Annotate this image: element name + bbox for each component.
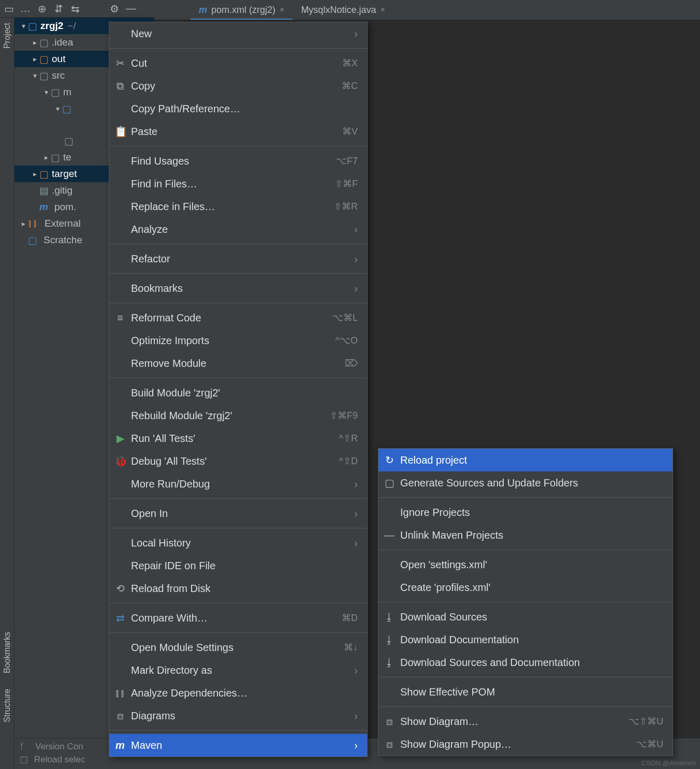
submenu-effective-pom[interactable]: Show Effective POM bbox=[378, 681, 673, 703]
menu-optimize-imports[interactable]: Optimize Imports^⌥O bbox=[109, 329, 367, 352]
submenu-open-settings[interactable]: Open 'settings.xml' bbox=[378, 553, 673, 576]
vcs-icon[interactable]: ᚶ bbox=[20, 742, 25, 752]
chevron-right-icon[interactable]: ▸ bbox=[19, 219, 28, 228]
paste-icon: 📋 bbox=[114, 125, 126, 138]
folder-icon: ▢ bbox=[62, 103, 71, 115]
menu-refactor[interactable]: Refactor› bbox=[109, 247, 367, 270]
version-control-label[interactable]: Version Con bbox=[35, 742, 83, 752]
submenu-download-sources[interactable]: ⭳Download Sources bbox=[378, 605, 673, 628]
tree-label: target bbox=[52, 168, 77, 180]
maven-icon: m bbox=[114, 740, 126, 751]
project-icon: ▢ bbox=[28, 20, 37, 32]
menu-analyze-deps[interactable]: ⫿⫿Analyze Dependencies… bbox=[109, 682, 367, 704]
chevron-right-icon: › bbox=[354, 28, 358, 40]
submenu-create-profiles[interactable]: Create 'profiles.xml' bbox=[378, 576, 673, 599]
submenu-unlink[interactable]: —Unlink Maven Projects bbox=[378, 524, 673, 546]
menu-copy[interactable]: ⧉Copy⌘C bbox=[109, 75, 367, 97]
tab-java[interactable]: MysqlxNotice.java × bbox=[293, 1, 393, 20]
target-icon[interactable]: ⊕ bbox=[37, 4, 47, 13]
menu-new[interactable]: New› bbox=[109, 22, 367, 45]
menu-find-in-files[interactable]: Find in Files…⇧⌘F bbox=[109, 172, 367, 195]
menu-open-in[interactable]: Open In› bbox=[109, 502, 367, 525]
submenu-download-both[interactable]: ⭳Download Sources and Documentation bbox=[378, 651, 673, 674]
chevron-down-icon[interactable]: ▾ bbox=[30, 71, 39, 80]
menu-paste[interactable]: 📋Paste⌘V bbox=[109, 120, 367, 143]
menu-reload-disk[interactable]: ⟲Reload from Disk bbox=[109, 577, 367, 600]
menu-diagrams[interactable]: ⧈Diagrams› bbox=[109, 704, 367, 727]
tree-label: out bbox=[52, 53, 65, 65]
bookmarks-tool[interactable]: Bookmarks bbox=[3, 632, 12, 673]
chevron-right-icon[interactable]: ▸ bbox=[41, 153, 51, 161]
folder-icon: ▢ bbox=[39, 53, 49, 65]
menu-remove-module[interactable]: Remove Module⌦ bbox=[109, 352, 367, 375]
reload-icon: ⟲ bbox=[114, 582, 126, 595]
chevron-right-icon[interactable]: ▸ bbox=[30, 170, 39, 178]
tree-hint: ~/ bbox=[67, 20, 76, 32]
menu-build-module[interactable]: Build Module 'zrgj2' bbox=[109, 381, 367, 404]
scratches-icon: ▢ bbox=[28, 234, 37, 246]
submenu-generate[interactable]: ▢Generate Sources and Update Folders bbox=[378, 471, 673, 494]
maven-icon: m bbox=[39, 201, 48, 213]
copy-icon: ⧉ bbox=[114, 80, 126, 92]
submenu-show-diagram-popup[interactable]: ⧈Show Diagram Popup…⌥⌘U bbox=[378, 733, 673, 756]
tree-label: .gitig bbox=[52, 185, 72, 196]
chevron-down-icon[interactable]: ▾ bbox=[53, 105, 62, 113]
close-icon[interactable]: × bbox=[280, 5, 284, 14]
chevron-right-icon[interactable]: ▸ bbox=[30, 38, 39, 47]
tab-label: pom.xml (zrgj2) bbox=[211, 5, 275, 16]
menu-open-module-settings[interactable]: Open Module Settings⌘↓ bbox=[109, 636, 367, 659]
download-icon: ⭳ bbox=[384, 657, 395, 669]
tree-label: src bbox=[52, 70, 65, 81]
menu-more-run[interactable]: More Run/Debug› bbox=[109, 472, 367, 495]
chevron-right-icon: › bbox=[354, 224, 358, 235]
submenu-reload[interactable]: ↻Reload project bbox=[378, 449, 673, 471]
maven-submenu: ↻Reload project ▢Generate Sources and Up… bbox=[378, 448, 673, 756]
tree-label: zrgj2 bbox=[40, 20, 63, 32]
menu-bookmarks[interactable]: Bookmarks› bbox=[109, 277, 367, 300]
chevron-right-icon: › bbox=[354, 740, 358, 751]
menu-copy-path[interactable]: Copy Path/Reference… bbox=[109, 97, 367, 120]
close-icon[interactable]: × bbox=[380, 5, 385, 14]
menu-maven[interactable]: mMaven› bbox=[109, 734, 367, 757]
menu-local-history[interactable]: Local History› bbox=[109, 531, 367, 554]
menu-cut[interactable]: ✂Cut⌘X bbox=[109, 52, 367, 75]
menu-replace-in-files[interactable]: Replace in Files…⇧⌘R bbox=[109, 195, 367, 218]
menu-reformat[interactable]: ≡Reformat Code⌥⌘L bbox=[109, 306, 367, 329]
gear-icon[interactable]: ⚙ bbox=[110, 4, 119, 13]
watermark: CSDN @Amerixm bbox=[641, 759, 696, 767]
menu-mark-directory[interactable]: Mark Directory as› bbox=[109, 659, 367, 682]
more-icon[interactable]: … bbox=[21, 4, 30, 13]
project-tool[interactable]: Project bbox=[3, 23, 12, 49]
submenu-show-diagram[interactable]: ⧈Show Diagram…⌥⇧⌘U bbox=[378, 710, 673, 733]
menu-analyze[interactable]: Analyze› bbox=[109, 218, 367, 241]
window-icon[interactable]: ▭ bbox=[4, 4, 13, 13]
tree-label: te bbox=[63, 152, 71, 163]
analyze-icon: ⫿⫿ bbox=[114, 687, 126, 699]
hide-icon[interactable]: — bbox=[126, 4, 136, 13]
chevron-right-icon: › bbox=[354, 508, 358, 520]
chevron-down-icon[interactable]: ▾ bbox=[19, 22, 28, 30]
unlink-icon: — bbox=[384, 529, 395, 541]
expand-icon[interactable]: ⇵ bbox=[54, 4, 63, 13]
menu-debug[interactable]: 🐞Debug 'All Tests'^⇧D bbox=[109, 450, 367, 472]
tab-pom[interactable]: m pom.xml (zrgj2) × bbox=[191, 1, 293, 20]
chevron-right-icon: › bbox=[354, 283, 358, 294]
folder-icon: ▢ bbox=[39, 168, 49, 180]
tree-label: pom. bbox=[54, 201, 76, 213]
menu-run[interactable]: ▶Run 'All Tests'^⇧R bbox=[109, 427, 367, 450]
download-icon: ⭳ bbox=[384, 611, 395, 623]
reload-icon[interactable]: ▢ bbox=[20, 754, 28, 765]
menu-rebuild-module[interactable]: Rebuild Module 'zrgj2'⇧⌘F9 bbox=[109, 404, 367, 427]
submenu-ignore[interactable]: Ignore Projects bbox=[378, 501, 673, 524]
collapse-icon[interactable]: ⇆ bbox=[70, 4, 80, 13]
submenu-download-docs[interactable]: ⭳Download Documentation bbox=[378, 628, 673, 651]
menu-repair-ide[interactable]: Repair IDE on File bbox=[109, 554, 367, 577]
chevron-right-icon: › bbox=[354, 710, 358, 722]
menu-compare-with[interactable]: ⇄Compare With…⌘D bbox=[109, 607, 367, 629]
cut-icon: ✂ bbox=[114, 57, 126, 69]
folder-icon: ▢ bbox=[51, 86, 60, 98]
chevron-down-icon[interactable]: ▾ bbox=[41, 88, 51, 96]
chevron-right-icon[interactable]: ▸ bbox=[30, 55, 39, 63]
structure-tool[interactable]: Structure bbox=[3, 689, 12, 722]
menu-find-usages[interactable]: Find Usages⌥F7 bbox=[109, 150, 367, 172]
